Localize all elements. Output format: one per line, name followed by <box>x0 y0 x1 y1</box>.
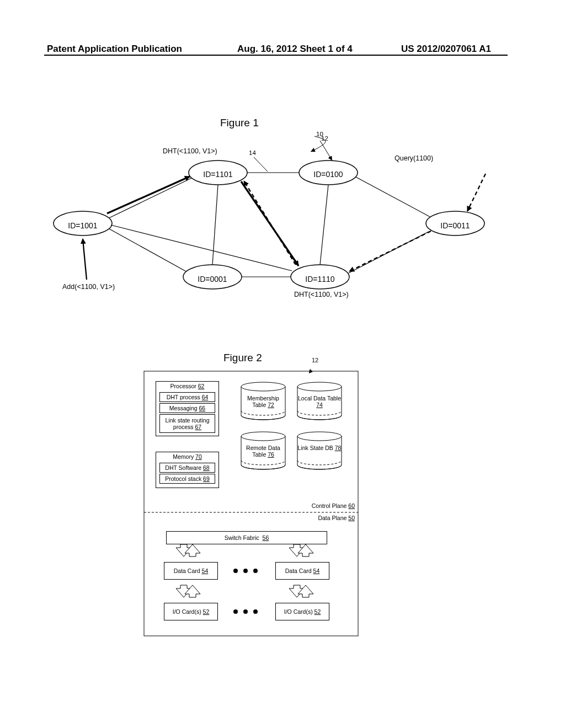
svg-line-5 <box>356 177 430 217</box>
dht-process: DHT process 64 <box>159 392 215 402</box>
ref-14: 14 <box>249 149 256 156</box>
switch-fabric: Switch Fabric 56 <box>166 531 327 544</box>
io-card-right: I/O Card(s) 52 <box>275 603 329 620</box>
header-rule <box>44 55 508 56</box>
svg-text:ID=0100: ID=0100 <box>313 170 343 179</box>
header-right: US 2012/0207061 A1 <box>401 44 491 55</box>
data-card-right: Data Card 54 <box>275 562 329 580</box>
figure-2-title: Figure 2 <box>223 352 262 364</box>
svg-line-12 <box>244 181 296 265</box>
header-left: Patent Application Publication <box>47 44 182 55</box>
svg-line-14 <box>83 239 87 280</box>
memory-label: Memory 70 <box>156 452 219 462</box>
label-dht-1110: DHT(<1100, V1>) <box>294 291 349 298</box>
svg-text:ID=0001: ID=0001 <box>198 275 227 283</box>
messaging: Messaging 66 <box>159 403 215 413</box>
svg-line-1 <box>109 229 186 271</box>
svg-line-9 <box>107 176 190 213</box>
protocol-stack: Protocol stack 69 <box>159 474 215 484</box>
ellipsis-dot <box>253 609 258 614</box>
svg-text:ID=1110: ID=1110 <box>305 275 335 283</box>
ellipsis-dot <box>233 609 238 614</box>
label-query: Query(1100) <box>395 154 433 162</box>
svg-line-11 <box>349 231 431 271</box>
ellipsis-dot <box>243 609 248 614</box>
local-data-table: Local Data Table 74 <box>297 395 342 408</box>
svg-line-15 <box>254 157 268 172</box>
figure-2: Processor 62 DHT process 64 Messaging 66… <box>141 369 361 639</box>
svg-text:ID=1001: ID=1001 <box>68 221 98 230</box>
svg-line-3 <box>212 185 218 265</box>
link-state-routing-process: Link state routing process 67 <box>159 414 215 433</box>
ellipsis-dot <box>233 569 238 573</box>
svg-line-16 <box>320 141 332 160</box>
control-plane: Control Plane 60 <box>312 502 355 509</box>
svg-line-4 <box>320 185 328 265</box>
link-state-db: Link State DB 78 <box>297 445 342 451</box>
label-dht-1101: DHT(<1100, V1>) <box>163 147 217 155</box>
data-plane: Data Plane 50 <box>318 515 355 521</box>
figure-1: ID=1001 ID=1101 ID=0100 ID=0011 ID=0001 … <box>47 130 505 323</box>
svg-text:ID=0011: ID=0011 <box>440 221 470 230</box>
svg-line-13 <box>467 174 486 211</box>
header-center: Aug. 16, 2012 Sheet 1 of 4 <box>237 44 353 55</box>
svg-text:ID=1101: ID=1101 <box>203 170 233 179</box>
ref-12: 12 <box>321 135 328 142</box>
ellipsis-dot <box>253 569 258 573</box>
label-add: Add(<1100, V1>) <box>62 283 115 291</box>
svg-line-8 <box>111 225 292 271</box>
io-card-left: I/O Card(s) 52 <box>164 603 218 620</box>
data-card-left: Data Card 54 <box>164 562 218 580</box>
page: Patent Application Publication Aug. 16, … <box>0 0 565 728</box>
processor-label: Processor 62 <box>156 381 219 391</box>
ellipsis-dot <box>243 569 248 573</box>
fig2-ref-12: 12 <box>312 357 318 363</box>
figure-1-title: Figure 1 <box>220 117 259 129</box>
remote-data-table: Remote Data Table 76 <box>241 445 285 458</box>
membership-table: Membership Table 72 <box>241 395 285 408</box>
svg-line-0 <box>109 178 191 218</box>
dht-software: DHT Software 68 <box>159 463 215 473</box>
